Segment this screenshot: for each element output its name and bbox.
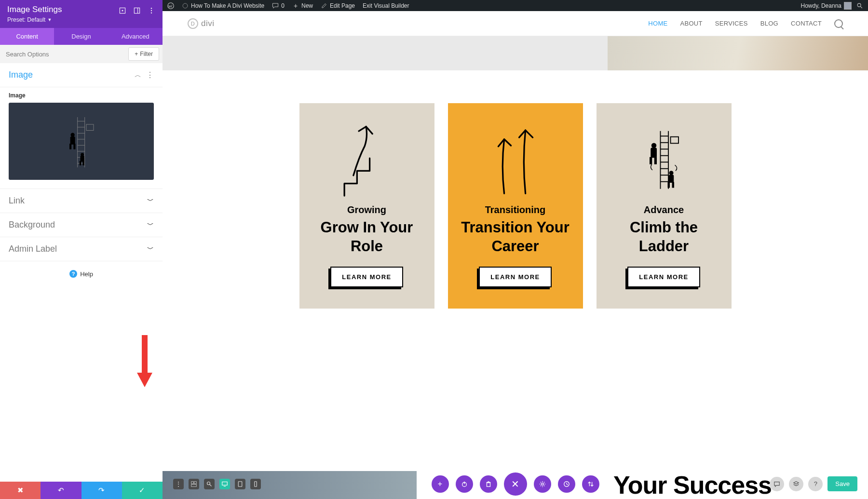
wp-admin-bar: How To Make A Divi Website 0 +New Edit P… [163,0,868,11]
chevron-down-icon: ﹀ [147,245,154,254]
svg-line-72 [540,486,541,486]
filter-button[interactable]: +Filter [128,47,159,61]
nav-contact[interactable]: CONTACT [791,20,822,27]
svg-rect-58 [238,481,242,486]
image-preview[interactable] [9,103,154,180]
section-link[interactable]: Link ﹀ [0,189,163,213]
success-heading: Your Success [613,471,772,499]
exit-visual-builder[interactable]: Exit Visual Builder [363,2,409,9]
svg-rect-49 [667,182,670,188]
undo-button[interactable]: ↶ [41,482,81,499]
nav-services[interactable]: SERVICES [715,20,748,27]
chat-icon[interactable] [770,477,784,491]
svg-rect-44 [651,148,657,158]
svg-rect-52 [194,481,197,484]
portability-icon[interactable] [582,475,599,493]
confirm-button[interactable]: ✓ [122,482,163,499]
dock-icon[interactable] [133,7,141,14]
svg-point-2 [857,3,861,7]
tab-content[interactable]: Content [0,28,54,45]
svg-rect-25 [73,144,75,149]
tab-design[interactable]: Design [54,28,108,45]
close-button[interactable]: ✕ [504,472,527,496]
focus-icon[interactable] [119,7,126,14]
svg-rect-56 [222,482,228,485]
site-name-link[interactable]: How To Make A Divi Website [182,2,264,9]
learn-more-button[interactable]: LEARN MORE [627,267,700,287]
card-advance: Advance Climb the Ladder LEARN MORE [597,103,732,309]
wp-logo[interactable] [167,2,174,9]
section-more-icon[interactable]: ⋮ [146,70,154,80]
preset-dropdown[interactable]: Preset: Default ▼ [7,16,62,23]
wireframe-icon[interactable] [189,479,199,489]
svg-point-9 [151,10,152,11]
site-logo[interactable]: D divi [188,18,215,29]
section-background[interactable]: Background ﹀ [0,213,163,237]
edit-page-link[interactable]: Edit Page [321,2,355,9]
panel-tabs: Content Design Advanced [0,28,163,45]
chevron-up-icon: ︿ [135,71,141,80]
chevron-down-icon: ﹀ [147,221,154,229]
double-arrows-icon [479,120,552,200]
phone-view-icon[interactable] [250,479,261,489]
admin-search-icon[interactable] [856,2,863,9]
svg-rect-42 [670,137,678,144]
tablet-view-icon[interactable] [235,479,245,489]
svg-line-76 [567,484,568,485]
card-title: Climb the Ladder [608,218,720,256]
cards-row: Growing Grow In Your Role LEARN MORE Tra… [163,70,868,337]
card-transitioning: Transitioning Transition Your Career LEA… [448,103,583,309]
nav-home[interactable]: HOME [648,20,667,27]
svg-rect-45 [650,157,652,164]
svg-rect-46 [654,157,656,164]
svg-point-8 [151,8,152,9]
svg-rect-24 [69,144,71,149]
add-button[interactable]: + [432,475,449,493]
gear-icon[interactable] [534,475,551,493]
svg-rect-23 [70,136,75,145]
nav-blog[interactable]: BLOG [760,20,778,27]
svg-rect-48 [668,175,674,183]
section-image-header[interactable]: Image ︿⋮ [0,63,163,87]
svg-rect-50 [672,182,674,188]
user-greeting[interactable]: Howdy, Deanna [801,2,852,10]
nav-about[interactable]: ABOUT [680,20,702,27]
svg-point-47 [669,171,673,175]
learn-more-button[interactable]: LEARN MORE [479,267,551,287]
edit-page-label: Edit Page [330,2,355,9]
image-field: Image [0,87,163,189]
help-link[interactable]: ? Help [0,261,163,286]
comments-link[interactable]: 0 [272,2,285,9]
desktop-view-icon[interactable] [219,479,230,489]
tab-advanced[interactable]: Advanced [108,28,163,45]
more-menu-icon[interactable]: ⋮ [173,479,184,489]
cancel-button[interactable]: ✖ [0,482,41,499]
more-icon[interactable] [148,7,155,14]
help-button[interactable]: ? [808,477,823,491]
zoom-icon[interactable] [204,479,215,489]
new-link[interactable]: +New [292,2,313,9]
panel-title: Image Settings [7,5,62,14]
svg-rect-29 [82,161,84,165]
svg-point-1 [183,3,188,8]
history-icon[interactable] [558,475,575,493]
svg-point-54 [207,482,210,485]
svg-rect-59 [255,481,257,486]
ladder-climb-icon [635,120,693,200]
image-field-label: Image [9,92,154,99]
section-admin-label[interactable]: Admin Label ﹀ [0,237,163,261]
search-input[interactable] [0,46,125,63]
layers-icon[interactable] [789,477,803,491]
trash-icon[interactable] [480,475,497,493]
redo-button[interactable]: ↷ [81,482,122,499]
learn-more-button[interactable]: LEARN MORE [330,267,403,287]
ladder-illustration-icon [57,108,106,175]
svg-rect-51 [191,481,194,484]
save-button[interactable]: Save [827,476,857,491]
power-icon[interactable] [456,475,473,493]
search-icon[interactable] [834,19,843,28]
svg-point-43 [651,143,656,148]
stairs-arrow-icon [331,120,403,200]
card-sub: Growing [347,204,386,216]
svg-rect-28 [79,161,81,165]
